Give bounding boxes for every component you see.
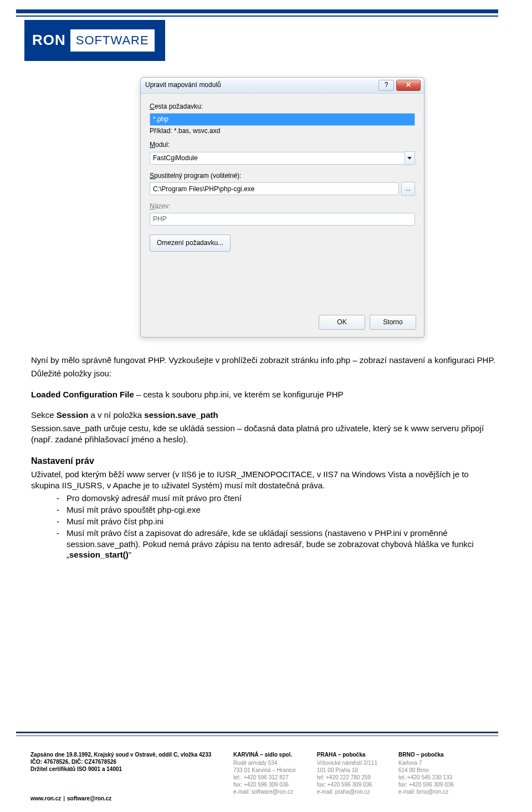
footer-line: tel: +420 222 780 259 (317, 774, 377, 781)
browse-button[interactable]: ... (401, 182, 415, 196)
executable-input[interactable] (150, 182, 399, 195)
footer-line: e-mail: software@ron.cz (233, 788, 296, 795)
footer-line: IČO: 47678526, DIČ: CZ47678526 (30, 758, 219, 765)
footer-line: e-mail: praha@ron.cz (317, 788, 377, 795)
request-path-input[interactable] (150, 113, 415, 126)
list-item: Musí mít právo spouštět php-cgi.exe (57, 504, 499, 515)
footer-line: fax: +420 596 309 036 (317, 781, 377, 788)
cancel-button[interactable]: Storno (370, 315, 416, 330)
paragraph: Loaded Configuration File – cesta k soub… (31, 389, 499, 400)
titlebar-buttons: ? ✕ (378, 80, 421, 91)
header-rule-thin (16, 16, 498, 17)
window-title: Upravit mapování modulů (145, 81, 378, 90)
executable-row: ... (150, 182, 415, 196)
page: RON SOFTWARE Upravit mapování modulů ? ✕… (0, 0, 532, 812)
list-item: Pro domovský adresář musí mít právo pro … (57, 493, 499, 504)
paragraph: Nyní by mělo správně fungovat PHP. Vyzko… (31, 355, 499, 366)
list-item: Musí mít právo číst a zapisovat do adres… (57, 528, 499, 560)
footer-line: 614 00 Brno (398, 767, 454, 774)
module-label: Modul: (150, 141, 415, 150)
logo-software-text: SOFTWARE (70, 29, 155, 52)
module-combo[interactable] (150, 151, 415, 165)
footer-email: software@ron.cz (67, 795, 111, 801)
paragraph: Uživatel, pod kterým běží www server (v … (31, 469, 499, 491)
help-button[interactable]: ? (378, 80, 394, 91)
footer-line: e-mail: brno@ron.cz (398, 788, 454, 795)
footer-line: Vršovické náměstí 2/111 (317, 759, 377, 767)
footer-line: tel:. +420 596 312 827 (233, 774, 296, 781)
help-icon: ? (385, 81, 388, 90)
logo-ron-text: RON (24, 31, 74, 50)
footer-rule (16, 732, 498, 736)
header-rule-thick (16, 9, 498, 13)
footer-col-karvina: KARVINÁ – sídlo spol. Rudé armády 534 73… (233, 751, 296, 795)
request-path-label: Cesta požadavku: (150, 103, 415, 111)
close-icon: ✕ (406, 81, 411, 90)
titlebar: Upravit mapování modulů ? ✕ (141, 78, 424, 94)
paragraph: Session.save_path určuje cestu, kde se u… (31, 423, 499, 445)
footer-line: Rudé armády 534 (233, 759, 296, 767)
footer-line: Zapsáno dne 19.8.1992, Krajský soud v Os… (30, 751, 219, 758)
chevron-down-icon (407, 157, 412, 160)
footer-addresses: KARVINÁ – sídlo spol. Rudé armády 534 73… (233, 751, 498, 795)
close-button[interactable]: ✕ (396, 80, 421, 91)
name-label: Název: (150, 202, 415, 211)
request-restrictions-button[interactable]: Omezení požadavku... (150, 234, 231, 252)
footer-site: www.ron.cz|software@ron.cz (30, 795, 111, 802)
footer-line: fax: +420 596 309 036 (233, 781, 296, 788)
footer-line: fax: +420 596 309 036 (398, 781, 454, 788)
request-path-hint: Příklad: *.bas, wsvc.axd (150, 127, 415, 136)
footer-line: tel.:+420 545 230 133 (398, 774, 454, 781)
logo: RON SOFTWARE (24, 20, 165, 61)
footer-line: 101 00 Praha 10 (317, 767, 377, 774)
executable-label: Spustitelný program (volitelné): (150, 172, 415, 181)
dialog-window: Upravit mapování modulů ? ✕ Cesta požada… (140, 77, 424, 338)
separator-icon: | (61, 795, 67, 801)
dialog-body: Cesta požadavku: Příklad: *.bas, wsvc.ax… (141, 94, 424, 338)
rights-list: Pro domovský adresář musí mít právo pro … (31, 493, 499, 560)
ok-button[interactable]: OK (319, 315, 365, 330)
list-item: Musí mít právo číst php.ini (57, 516, 499, 527)
footer-url: www.ron.cz (30, 795, 61, 801)
footer-registration: Zapsáno dne 19.8.1992, Krajský soud v Os… (30, 751, 219, 795)
embedded-screenshot: Upravit mapování modulů ? ✕ Cesta požada… (140, 77, 423, 336)
footer-line: Karlova 7 (398, 759, 454, 767)
footer-col-praha: PRAHA – pobočka Vršovické náměstí 2/111 … (317, 751, 377, 795)
paragraph: Sekce Session a v ní položka session.sav… (31, 410, 499, 421)
paragraph: Důležité položky jsou: (31, 368, 499, 379)
dialog-footer-buttons: OK Storno (319, 315, 416, 330)
footer-col-title: BRNO – pobočka (398, 751, 454, 758)
module-dropdown-button[interactable] (405, 151, 415, 165)
footer-col-title: KARVINÁ – sídlo spol. (233, 751, 296, 758)
name-input (150, 213, 415, 226)
footer: Zapsáno dne 19.8.1992, Krajský soud v Os… (30, 751, 498, 795)
module-input[interactable] (150, 152, 405, 165)
section-heading: Nastavení práv (31, 455, 499, 467)
ellipsis-icon: ... (406, 185, 411, 192)
footer-col-brno: BRNO – pobočka Karlova 7 614 00 Brno tel… (398, 751, 454, 795)
footer-line: Držitel certifikátů ISO 9001 a 14001 (30, 765, 219, 773)
footer-line: 733 01 Karviná – Hranice (233, 767, 296, 774)
footer-col-title: PRAHA – pobočka (317, 751, 377, 758)
document-body: Nyní by mělo správně fungovat PHP. Vyzko… (31, 355, 499, 561)
